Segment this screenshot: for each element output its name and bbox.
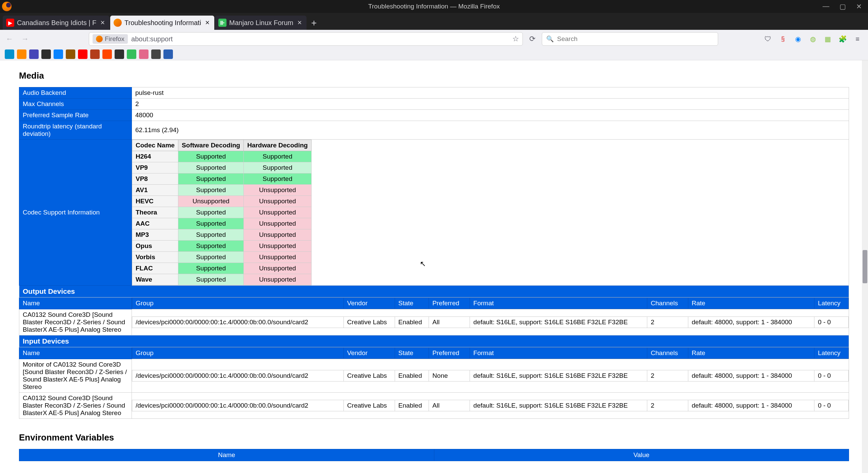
dev-latency: 0 - 0 (814, 317, 849, 328)
extensions-button[interactable]: 🧩 (837, 34, 848, 44)
dev-state: Enabled (395, 400, 429, 411)
minimize-button[interactable]: — (823, 2, 829, 11)
col-name: Name (19, 347, 132, 359)
bookmark-item[interactable] (54, 49, 63, 59)
bookmark-item[interactable] (41, 49, 51, 59)
col-rate: Rate (688, 348, 814, 359)
close-tab-icon[interactable]: × (204, 18, 211, 27)
codec-hw: Unsupported (244, 185, 311, 196)
col-channels: Channels (647, 348, 688, 359)
tab-label: Manjaro Linux Forum (229, 19, 293, 27)
codec-hw: Unsupported (244, 218, 311, 229)
codec-col-sw: Software Decoding (178, 140, 244, 151)
row-label: Preferred Sample Rate (19, 110, 132, 121)
tab-youtube[interactable]: ▶ Canadians Being Idiots | F × (3, 16, 110, 30)
bookmark-item[interactable] (5, 49, 14, 59)
codec-name: Theora (132, 207, 178, 218)
bookmark-item[interactable] (90, 49, 100, 59)
bookmark-item[interactable] (29, 49, 39, 59)
codec-col-name: Codec Name (132, 140, 178, 151)
maximize-button[interactable]: ▢ (840, 2, 846, 11)
env-table: Name Value (19, 449, 849, 461)
codec-table: Codec Name Software Decoding Hardware De… (132, 140, 312, 285)
bookmark-item[interactable] (139, 49, 149, 59)
output-devices-header: Output Devices (19, 286, 849, 297)
codec-sw: Supported (178, 207, 244, 218)
codec-row: H264 Supported Supported (132, 151, 312, 162)
new-tab-button[interactable]: + (307, 16, 321, 30)
codec-name: Wave (132, 274, 178, 285)
codec-hw: Unsupported (244, 241, 311, 252)
col-group: Group (132, 298, 344, 309)
col-channels: Channels (647, 298, 688, 309)
bookmark-item[interactable] (17, 49, 26, 59)
codec-name: AAC (132, 218, 178, 229)
codec-row: MP3 Supported Unsupported (132, 229, 312, 241)
content-area[interactable]: Media Audio Backendpulse-rust Max Channe… (0, 60, 868, 473)
codec-name: FLAC (132, 263, 178, 274)
row-value: pulse-rust (132, 87, 849, 99)
codec-hw: Unsupported (244, 229, 311, 241)
row-label: Roundtrip latency (standard deviation) (19, 121, 132, 140)
codec-hw: Supported (244, 173, 311, 185)
codec-name: VP8 (132, 173, 178, 185)
reload-button[interactable]: ⟳ (526, 33, 538, 45)
extension-icon-2[interactable]: ◉ (793, 34, 803, 44)
bookmark-item[interactable] (102, 49, 112, 59)
tab-label: Troubleshooting Informati (124, 19, 201, 27)
bookmark-item[interactable] (115, 49, 124, 59)
codec-sw: Supported (178, 241, 244, 252)
shield-icon[interactable]: 🛡 (763, 34, 773, 44)
extension-icon-3[interactable]: ◍ (808, 34, 818, 44)
dev-channels: 2 (647, 370, 688, 382)
close-tab-icon[interactable]: × (99, 18, 106, 27)
bookmarks-bar (0, 48, 868, 60)
url-bar[interactable]: Firefox about:support ☆ (89, 32, 523, 46)
bookmark-item[interactable] (127, 49, 136, 59)
tab-label: Canadians Being Idiots | F (17, 19, 96, 27)
dev-state: Enabled (395, 317, 429, 328)
search-input[interactable] (557, 35, 714, 43)
scrollbar-thumb[interactable] (863, 250, 867, 283)
extension-icon-4[interactable]: ▦ (823, 34, 833, 44)
col-vendor: Vendor (343, 298, 395, 309)
dev-latency: 0 - 0 (814, 400, 849, 411)
bookmark-item[interactable] (151, 49, 161, 59)
env-heading: Environment Variables (19, 432, 849, 443)
device-row: Monitor of CA0132 Sound Core3D [Sound Bl… (19, 359, 849, 393)
codec-sw: Supported (178, 252, 244, 263)
media-table: Audio Backendpulse-rust Max Channels2 Pr… (19, 87, 849, 419)
forward-button[interactable]: → (19, 33, 31, 45)
codec-name: MP3 (132, 229, 178, 241)
bookmark-item[interactable] (66, 49, 75, 59)
close-window-button[interactable]: ✕ (856, 2, 862, 11)
identity-box[interactable]: Firefox (93, 34, 128, 44)
codec-hw: Unsupported (244, 274, 311, 285)
dev-format: default: S16LE, support: S16LE S16BE F32… (470, 317, 647, 328)
col-state: State (395, 298, 429, 309)
env-col-value: Value (434, 449, 849, 461)
device-row: CA0132 Sound Core3D [Sound Blaster Recon… (19, 393, 849, 419)
dev-rate: default: 48000, support: 1 - 384000 (688, 317, 814, 328)
app-menu-button[interactable]: ≡ (852, 34, 863, 44)
dev-group: /devices/pci0000:00/0000:00:1c.4/0000:0b… (132, 400, 344, 411)
bookmark-item[interactable] (163, 49, 173, 59)
vertical-scrollbar[interactable] (862, 60, 868, 473)
bookmark-star-icon[interactable]: ☆ (512, 35, 519, 43)
url-text: about:support (131, 35, 509, 43)
codec-sw: Unsupported (178, 196, 244, 207)
close-tab-icon[interactable]: × (296, 18, 303, 27)
back-button[interactable]: ← (3, 33, 16, 45)
codec-sw: Supported (178, 173, 244, 185)
search-bar[interactable]: 🔍 (542, 32, 718, 46)
codec-sw: Supported (178, 229, 244, 241)
tab-about-support[interactable]: Troubleshooting Informati × (110, 16, 214, 30)
titlebar: Troubleshooting Information — Mozilla Fi… (0, 0, 868, 13)
window-controls: — ▢ ✕ (823, 2, 868, 11)
bookmark-item[interactable] (78, 49, 87, 59)
codec-sw: Supported (178, 218, 244, 229)
tab-manjaro[interactable]: ⊪ Manjaro Linux Forum × (215, 16, 307, 30)
toolbar-icons: 🛡 § ◉ ◍ ▦ 🧩 ≡ (763, 34, 865, 44)
extension-icon-1[interactable]: § (778, 34, 788, 44)
firefox-icon (114, 19, 122, 27)
